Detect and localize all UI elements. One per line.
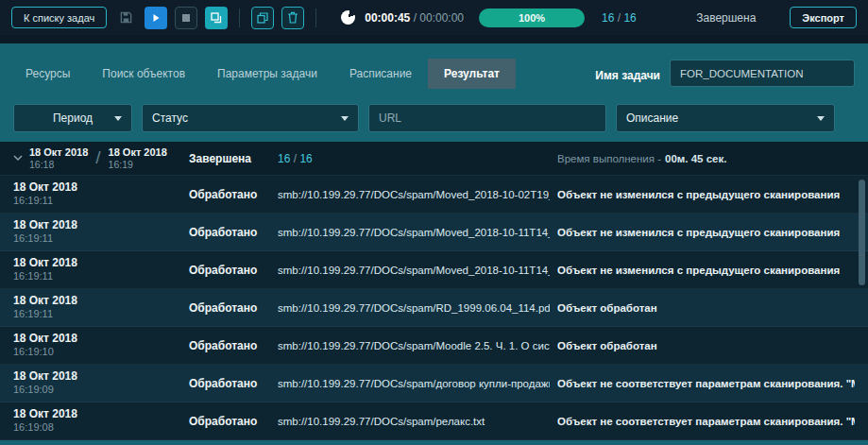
row-url: smb://10.199.29.77/DOCs/spam/релакс.txt xyxy=(278,416,550,427)
period-filter-label: Период xyxy=(53,111,93,125)
row-datetime: 18 Окт 2018 16:19:11 xyxy=(13,257,181,282)
tab-object-search[interactable]: Поиск объектов xyxy=(86,59,201,89)
row-url: smb://10.199.29.77/DOCs/spam/договор куп… xyxy=(278,378,550,389)
run-start-datetime: 18 Окт 2018 16:18 xyxy=(29,146,88,170)
row-url: smb://10.199.29.77/DOCs/spam/Moved_2018-… xyxy=(278,265,550,276)
row-datetime: 18 Окт 2018 16:19:11 xyxy=(13,219,181,244)
row-description: Объект не соответствует параметрам скани… xyxy=(557,378,855,389)
row-status: Обработано xyxy=(189,188,270,201)
row-url: smb://10.199.29.77/DOCs/spam/Moodle 2.5.… xyxy=(278,340,550,351)
table-row[interactable]: 18 Окт 2018 16:19:11 Обработано smb://10… xyxy=(0,214,868,251)
back-to-task-list-button[interactable]: К списку задач xyxy=(11,7,107,28)
run-objects-counter: 16 / 16 xyxy=(278,152,550,165)
row-datetime: 18 Окт 2018 16:19:11 xyxy=(13,181,181,206)
date-separator: / xyxy=(94,147,101,168)
chevron-down-icon xyxy=(341,116,349,121)
row-datetime: 18 Окт 2018 16:19:08 xyxy=(13,408,181,433)
row-status: Обработано xyxy=(189,264,270,277)
run-end-datetime: 18 Окт 2018 16:19 xyxy=(109,146,167,170)
toolbar: К списку задач xyxy=(0,0,868,35)
stop-icon xyxy=(182,14,190,22)
copy-icon xyxy=(257,12,268,24)
toolbar-gap xyxy=(0,35,868,43)
tab-resources[interactable]: Ресурсы xyxy=(9,59,86,89)
tab-schedule[interactable]: Расписание xyxy=(333,59,428,89)
run-duration: Время выполнения -00м. 45 сек. xyxy=(557,153,855,164)
row-datetime: 18 Окт 2018 16:19:11 xyxy=(13,295,181,319)
timer-readout: 00:00:45 / 00:00:00 xyxy=(365,11,464,25)
table-row[interactable]: 18 Окт 2018 16:19:11 Обработано smb://10… xyxy=(0,289,868,327)
vertical-scrollbar[interactable] xyxy=(859,180,865,445)
url-filter-input[interactable] xyxy=(368,104,606,132)
row-status: Обработано xyxy=(189,415,270,428)
description-filter-label: Описание xyxy=(626,111,678,125)
tab-task-parameters[interactable]: Параметры задачи xyxy=(201,59,333,89)
period-filter-dropdown[interactable]: Период xyxy=(13,104,132,132)
table-row[interactable]: 18 Окт 2018 16:19:08 Обработано smb://10… xyxy=(0,402,868,440)
description-filter-dropdown[interactable]: Описание xyxy=(616,104,835,132)
copy-button[interactable] xyxy=(251,7,274,29)
status-filter-label: Статус xyxy=(152,111,188,125)
row-description: Объект обработан xyxy=(557,340,855,351)
report-button[interactable] xyxy=(205,7,228,29)
row-status: Обработано xyxy=(189,339,270,352)
toolbar-separator xyxy=(315,9,316,27)
trash-icon xyxy=(287,11,298,24)
row-url: smb://10.199.29.77/DOCs/spam/RD_1999.06.… xyxy=(278,302,550,314)
progress-label: 100% xyxy=(519,12,545,24)
toolbar-separator xyxy=(239,9,240,27)
row-datetime: 18 Окт 2018 16:19:10 xyxy=(13,333,181,357)
task-status-label: Завершена xyxy=(696,11,756,25)
row-description: Объект обработан xyxy=(557,302,855,314)
table-row[interactable]: 18 Окт 2018 16:19:10 Обработано smb://10… xyxy=(0,327,868,365)
row-status: Обработано xyxy=(189,226,270,239)
row-status: Обработано xyxy=(189,301,270,315)
filter-bar: Период Статус Описание xyxy=(0,89,868,142)
table-row[interactable]: 18 Окт 2018 16:19:11 Обработано smb://10… xyxy=(0,251,868,289)
row-description: Объект не изменился с предыдущего сканир… xyxy=(557,265,855,276)
task-name-label: Имя задачи xyxy=(595,69,660,82)
chevron-down-icon[interactable] xyxy=(13,155,23,162)
tab-bar: Ресурсы Поиск объектов Параметры задачи … xyxy=(0,43,868,89)
status-filter-dropdown[interactable]: Статус xyxy=(142,104,359,132)
layers-icon xyxy=(211,12,222,24)
row-status: Обработано xyxy=(189,377,270,390)
app-window: К списку задач xyxy=(0,0,868,445)
task-run-group-row[interactable]: 18 Окт 2018 16:18 / 18 Окт 2018 16:19 За… xyxy=(0,142,868,176)
chevron-down-icon xyxy=(817,116,825,121)
delete-button[interactable] xyxy=(281,7,304,29)
scrollbar-thumb[interactable] xyxy=(859,180,865,285)
play-icon xyxy=(151,13,161,23)
content-area: Ресурсы Поиск объектов Параметры задачи … xyxy=(0,43,868,445)
task-name-input[interactable] xyxy=(670,60,855,87)
results-table: 18 Окт 2018 16:18 / 18 Окт 2018 16:19 За… xyxy=(0,142,868,440)
row-url: smb://10.199.29.77/DOCs/spam/Moved_2018-… xyxy=(278,227,550,238)
row-description: Объект не изменился с предыдущего сканир… xyxy=(557,189,855,200)
row-description: Объект не соответствует параметрам скани… xyxy=(557,416,855,427)
chevron-down-icon xyxy=(114,116,122,121)
table-row[interactable]: 18 Окт 2018 16:19:11 Обработано smb://10… xyxy=(0,176,868,214)
table-row[interactable]: 18 Окт 2018 16:19:09 Обработано smb://10… xyxy=(0,365,868,402)
run-period-cell: 18 Окт 2018 16:18 / 18 Окт 2018 16:19 xyxy=(13,146,181,170)
result-rows: 18 Окт 2018 16:19:11 Обработано smb://10… xyxy=(0,176,868,440)
clock-icon xyxy=(341,10,355,25)
row-description: Объект не изменился с предыдущего сканир… xyxy=(557,227,855,238)
progress-bar: 100% xyxy=(479,9,585,27)
objects-counter: 16 / 16 xyxy=(602,11,637,25)
export-button[interactable]: Экспорт xyxy=(790,7,857,28)
row-url: smb://10.199.29.77/DOCs/spam/Moved_2018-… xyxy=(278,189,550,200)
save-button[interactable] xyxy=(114,7,137,29)
run-status: Завершена xyxy=(189,152,270,165)
play-button[interactable] xyxy=(145,7,167,29)
floppy-icon xyxy=(119,10,133,25)
stop-button[interactable] xyxy=(175,7,197,29)
row-datetime: 18 Окт 2018 16:19:09 xyxy=(13,370,181,395)
tab-result[interactable]: Результат xyxy=(428,59,516,89)
timer-total: 00:00:00 xyxy=(419,11,464,25)
timer-elapsed: 00:00:45 xyxy=(365,11,410,25)
